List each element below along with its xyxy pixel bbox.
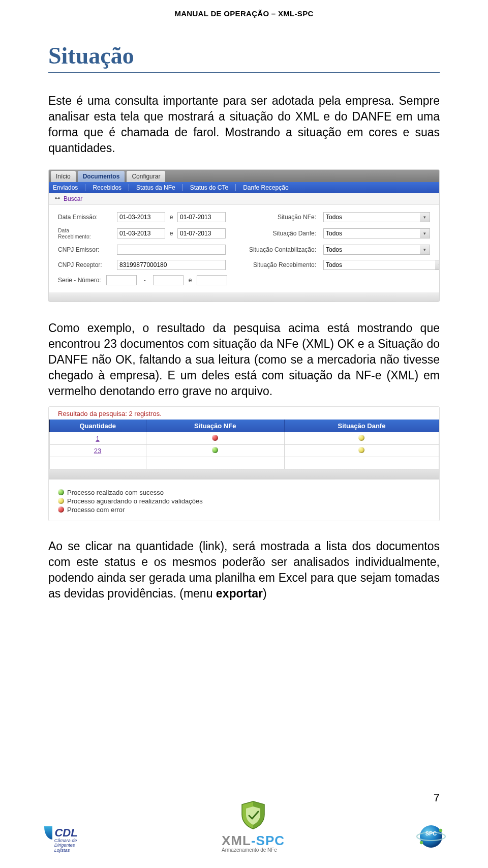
section-title: Situação	[48, 42, 440, 73]
label-e-3: e	[189, 277, 192, 284]
filter-bottom-bar	[49, 292, 439, 302]
chevron-down-icon[interactable]	[420, 212, 430, 222]
page-header: MANUAL DE OPERAÇÃO – XML-SPC	[0, 0, 488, 18]
shield-icon	[240, 800, 266, 830]
qty-link[interactable]: 1	[49, 432, 146, 444]
status-dot-yellow	[358, 447, 364, 453]
select-sit-nfe[interactable]	[323, 212, 430, 222]
subtab-status-nfe[interactable]: Status da NFe	[136, 184, 183, 191]
input-receb-ate[interactable]	[177, 228, 226, 238]
binoculars-icon	[54, 195, 61, 202]
status-dot-green	[58, 489, 64, 495]
input-emissao-ate[interactable]	[177, 212, 226, 222]
cell-sit-danfe	[284, 432, 439, 444]
select-sit-contab[interactable]	[323, 245, 430, 255]
results-header: Resultado da pesquisa: 2 registros.	[49, 407, 439, 420]
status-dot-yellow	[58, 498, 64, 504]
subtab-status-cte[interactable]: Status do CTe	[190, 184, 236, 191]
spc-globe-logo: SPC	[415, 820, 447, 853]
legend: Processo realizado com sucesso Processo …	[49, 480, 439, 521]
results-screenshot: Resultado da pesquisa: 2 registros. Quan…	[48, 406, 440, 521]
chevron-down-icon[interactable]	[435, 260, 440, 270]
subtab-danfe-recepcao[interactable]: Danfe Recepção	[243, 184, 295, 191]
input-numero-ate[interactable]	[197, 275, 227, 285]
cell-sit-nfe	[146, 444, 284, 457]
status-dot-red	[58, 506, 64, 513]
subtab-enviados[interactable]: Enviados	[53, 184, 85, 191]
spc-globe-label: SPC	[415, 830, 447, 836]
cell-sit-nfe	[146, 432, 284, 444]
results-gray-bar	[49, 469, 439, 480]
table-row: 1	[49, 432, 439, 444]
xmlspc-logo: XML-SPC Armazenamento de NFe	[222, 800, 285, 853]
legend-text: Processo com error	[67, 506, 125, 514]
label-sit-receb: Situação Recebimento:	[229, 261, 320, 268]
input-serie[interactable]	[106, 275, 137, 285]
tab-configurar[interactable]: Configurar	[127, 171, 165, 182]
results-table: Quantidade Situação NFe Situação Danfe 1…	[49, 420, 439, 469]
table-row: 23	[49, 444, 439, 457]
label-serie-numero: Serie - Número:	[58, 277, 101, 284]
col-quantidade: Quantidade	[49, 420, 146, 432]
input-cnpj-receptor[interactable]	[117, 260, 226, 270]
input-receb-de[interactable]	[117, 228, 165, 238]
status-dot-red	[212, 435, 218, 441]
select-sit-danfe[interactable]	[323, 228, 430, 238]
label-sit-danfe: Situação Danfe:	[229, 230, 320, 237]
label-sit-contab: Situação Contabilização:	[229, 246, 320, 253]
buscar-label: Buscar	[64, 195, 82, 202]
subtab-recebidos[interactable]: Recebidos	[93, 184, 129, 191]
tab-inicio[interactable]: Início	[51, 171, 76, 182]
xmlspc-title: XML-SPC	[222, 833, 285, 849]
cell-sit-danfe	[284, 444, 439, 457]
paragraph-3: Ao se clicar na quantidade (link), será …	[48, 538, 440, 602]
page-footer: CDL Câmara de Dirigentes Lojistas XML-SP…	[0, 800, 488, 853]
legend-text: Processo aguardando o realizando validaç…	[67, 497, 203, 505]
label-cnpj-emissor: CNPJ Emissor:	[58, 246, 114, 253]
input-emissao-de[interactable]	[117, 212, 165, 222]
paragraph-2: Como exemplo, o resultado da pesquisa ac…	[48, 320, 440, 399]
cdl-text: CDL	[52, 826, 77, 840]
svg-point-3	[420, 841, 423, 844]
label-sit-nfe: Situação NFe:	[229, 214, 320, 221]
buscar-bar[interactable]: Buscar	[49, 193, 439, 205]
main-tabs: Início Documentos Configurar	[49, 170, 439, 182]
table-row-empty	[49, 457, 439, 469]
xmlspc-subtitle: Armazenamento de NFe	[222, 847, 277, 853]
sub-tabs: Enviados Recebidos Status da NFe Status …	[49, 182, 439, 193]
legend-row: Processo aguardando o realizando validaç…	[58, 497, 430, 505]
label-data-emissao: Data Emissão:	[58, 214, 114, 221]
legend-text: Processo realizado com sucesso	[67, 489, 164, 496]
input-cnpj-emissor[interactable]	[117, 245, 226, 255]
label-e-2: e	[168, 230, 174, 237]
filter-grid: Data Emissão: e Situação NFe: Data Receb…	[49, 205, 439, 275]
paragraph-3-bold: exportar	[216, 587, 263, 600]
legend-row: Processo realizado com sucesso	[58, 489, 430, 496]
legend-row: Processo com error	[58, 506, 430, 514]
serie-row: Serie - Número: - e	[49, 275, 439, 292]
cdl-swoosh-icon	[44, 826, 52, 840]
status-dot-yellow	[358, 435, 364, 441]
dash: -	[142, 277, 148, 284]
cdl-logo: CDL Câmara de Dirigentes Lojistas	[30, 826, 92, 853]
paragraph-3-post: )	[263, 587, 267, 600]
col-sit-danfe: Situação Danfe	[284, 420, 439, 432]
status-dot-green	[212, 447, 218, 453]
label-e-1: e	[168, 214, 174, 221]
col-sit-nfe: Situação NFe	[146, 420, 284, 432]
chevron-down-icon[interactable]	[420, 228, 430, 238]
select-sit-receb[interactable]	[323, 260, 440, 270]
tab-documentos[interactable]: Documentos	[78, 171, 125, 182]
chevron-down-icon[interactable]	[420, 245, 430, 255]
label-data-recebimento: Data Recebimento:	[58, 227, 114, 240]
label-cnpj-receptor: CNPJ Receptor:	[58, 261, 114, 268]
input-numero-de[interactable]	[153, 275, 184, 285]
cdl-sub: Câmara de Dirigentes Lojistas	[54, 839, 77, 853]
paragraph-1: Este é uma consulta importante para ser …	[48, 93, 440, 156]
qty-link[interactable]: 23	[49, 444, 146, 457]
filter-screenshot: Início Documentos Configurar Enviados Re…	[48, 169, 440, 302]
